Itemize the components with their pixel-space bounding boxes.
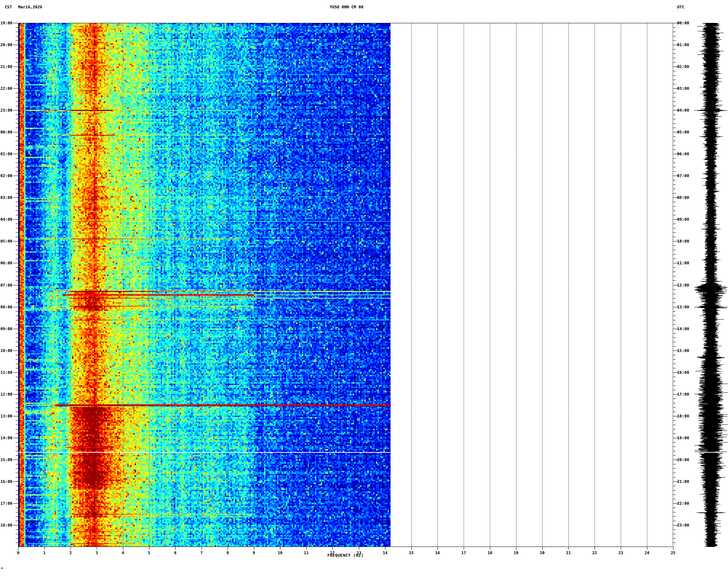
- right-tick: [673, 320, 676, 320]
- left-time-label: 05:00: [0, 239, 12, 244]
- right-tick: [673, 158, 676, 159]
- left-time-label: 03:00: [0, 195, 12, 200]
- left-tick: [16, 403, 18, 403]
- freq-tick-label: 7: [196, 551, 207, 555]
- left-tick: [13, 416, 18, 416]
- left-tick: [16, 224, 18, 224]
- right-time-label: 16:00: [677, 370, 689, 375]
- left-tick: [16, 145, 18, 145]
- left-tick: [16, 359, 18, 360]
- left-time-label: 07:00: [0, 283, 12, 288]
- freq-tick: [568, 547, 569, 550]
- freq-tick-label: 10: [275, 551, 285, 555]
- freq-tick: [673, 547, 673, 550]
- right-time-label: 18:00: [677, 414, 689, 419]
- left-time-label: 12:00: [0, 392, 12, 397]
- right-tick: [673, 521, 676, 521]
- right-tick: [673, 433, 676, 434]
- right-tick: [673, 49, 676, 49]
- left-tick: [16, 399, 18, 399]
- right-tick: [673, 508, 676, 508]
- freq-tick-label: 19: [511, 551, 521, 555]
- left-time-label: 11:00: [0, 370, 12, 375]
- right-tick: [673, 171, 676, 172]
- right-tick: [673, 355, 676, 355]
- left-tick: [16, 80, 18, 80]
- right-tick: [673, 206, 676, 207]
- left-tick: [16, 101, 18, 102]
- left-time-label: 01:00: [0, 152, 12, 156]
- right-tick: [673, 58, 676, 58]
- freq-tick-label: 4: [117, 551, 128, 555]
- left-tick: [16, 259, 18, 259]
- left-tick: [16, 123, 18, 124]
- helicorder-trace-canvas: [693, 23, 728, 547]
- right-tick: [673, 115, 676, 115]
- right-tick: [673, 32, 676, 32]
- left-tick: [16, 289, 18, 290]
- left-tick: [13, 438, 18, 438]
- left-tick: [16, 355, 18, 355]
- right-tick: [673, 163, 676, 163]
- left-tick: [16, 486, 18, 486]
- left-tick: [16, 451, 18, 451]
- freq-tick-label: 17: [458, 551, 469, 555]
- left-tick: [16, 245, 18, 246]
- freq-tick: [18, 547, 19, 550]
- left-tick: [16, 342, 18, 342]
- right-tick: [673, 342, 676, 342]
- freq-tick: [490, 547, 490, 550]
- left-tick: [16, 521, 18, 521]
- left-tick: [16, 407, 18, 408]
- right-tick: [673, 377, 676, 377]
- right-tick: [673, 534, 676, 534]
- right-tick: [673, 84, 676, 84]
- left-tick: [16, 495, 18, 495]
- left-time-label: 13:00: [0, 414, 12, 419]
- left-tick: [16, 337, 18, 338]
- right-tick: [673, 254, 676, 255]
- right-time-label: 02:00: [677, 64, 689, 69]
- left-tick: [16, 316, 18, 316]
- right-tick: [673, 447, 676, 447]
- left-tick: [13, 481, 18, 482]
- left-tick: [16, 71, 18, 71]
- left-tick: [13, 329, 18, 329]
- left-tick: [16, 189, 18, 189]
- right-tick: [673, 267, 676, 268]
- timezone-right-label: UTC: [677, 5, 684, 9]
- left-time-label: 00:00: [0, 130, 12, 135]
- right-tick: [673, 280, 676, 281]
- left-tick: [16, 27, 18, 28]
- left-tick: [13, 503, 18, 504]
- left-tick: [16, 202, 18, 202]
- freq-tick: [254, 547, 254, 550]
- right-tick: [673, 80, 676, 80]
- left-tick: [16, 311, 18, 312]
- freq-tick: [621, 547, 621, 550]
- left-time-label: 18:00: [0, 523, 12, 528]
- left-tick: [16, 250, 18, 250]
- right-tick: [673, 272, 676, 272]
- right-tick: [673, 40, 676, 41]
- left-tick: [13, 110, 18, 111]
- right-tick: [673, 412, 676, 412]
- left-tick: [16, 490, 18, 491]
- right-tick: [673, 141, 676, 141]
- freq-tick: [516, 547, 516, 550]
- left-tick: [16, 58, 18, 58]
- left-tick: [16, 136, 18, 137]
- right-tick: [673, 451, 676, 451]
- left-tick: [16, 84, 18, 84]
- right-tick: [673, 145, 676, 145]
- right-tick: [673, 202, 676, 202]
- right-tick: [673, 486, 676, 486]
- left-tick: [16, 280, 18, 281]
- right-tick: [673, 245, 676, 246]
- freq-tick: [332, 547, 333, 550]
- left-tick: [16, 455, 18, 456]
- left-tick: [16, 529, 18, 530]
- date-label: Mar16,2026: [18, 5, 42, 9]
- left-tick: [16, 141, 18, 141]
- right-tick: [673, 36, 676, 36]
